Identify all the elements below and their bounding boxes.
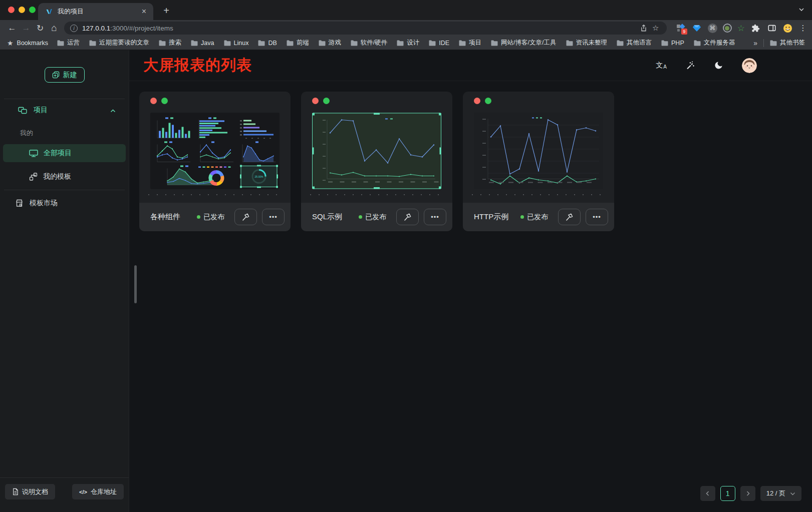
card-footer: 各种组件 已发布 •••: [139, 203, 291, 231]
sidebar-item-project[interactable]: 项目: [0, 102, 129, 118]
folder-icon: [351, 40, 358, 46]
bookmarks-separator: [763, 39, 764, 47]
bookmark-folder[interactable]: 近期需要读的文章: [89, 39, 149, 47]
user-avatar[interactable]: [742, 58, 757, 73]
home-icon[interactable]: ⌂: [47, 22, 61, 35]
bookmark-folder-label: Linux: [234, 40, 249, 47]
project-card[interactable]: SQL示例 已发布 •••: [301, 92, 452, 231]
docs-button-label: 说明文档: [22, 487, 48, 496]
folder-icon: [89, 40, 96, 46]
bookmark-folder[interactable]: 资讯未整理: [566, 39, 608, 47]
project-thumbnail[interactable]: 25.00%: [150, 113, 280, 189]
folder-icon: [319, 40, 326, 46]
tab-close-icon[interactable]: ×: [140, 8, 148, 16]
folder-icon: [57, 40, 64, 46]
next-page-button[interactable]: [740, 486, 755, 501]
edit-project-button[interactable]: [234, 209, 257, 225]
folder-icon: [287, 40, 294, 46]
extension-gem-icon[interactable]: [692, 23, 702, 34]
bookmark-folder[interactable]: 设计: [397, 39, 419, 47]
bookmark-folder[interactable]: 其他语言: [617, 39, 652, 47]
bookmark-folder[interactable]: 前端: [287, 39, 309, 47]
back-icon[interactable]: ←: [5, 22, 19, 35]
dotted-divider: [310, 194, 443, 195]
tab-search-chevron-icon[interactable]: [798, 6, 805, 15]
app-header: 大屏报表的列表 文A: [129, 50, 812, 81]
sidebar-divider: [4, 99, 125, 99]
project-thumbnail[interactable]: [474, 113, 603, 189]
bookmark-folder-label: 设计: [407, 39, 419, 47]
site-info-icon[interactable]: i: [70, 25, 78, 32]
forward-icon[interactable]: →: [19, 22, 33, 35]
bookmark-folder[interactable]: DB: [258, 40, 277, 47]
chevron-up-icon[interactable]: [110, 106, 116, 114]
dark-mode-moon-icon[interactable]: [714, 61, 723, 70]
hammer-icon: [241, 213, 250, 221]
bookmark-folder[interactable]: 游戏: [319, 39, 341, 47]
card-green-dot: [485, 98, 491, 104]
status-badge: 已发布: [197, 213, 224, 222]
emoji-extension-icon[interactable]: [782, 23, 793, 34]
page-size-select[interactable]: 12 / 页: [760, 486, 801, 501]
other-bookmarks[interactable]: 其他书签: [770, 39, 805, 47]
bookmark-folder-label: PHP: [671, 40, 684, 47]
project-card[interactable]: 25.00% 各种组件 已发布 •••: [139, 92, 291, 231]
edit-project-button[interactable]: [558, 209, 581, 225]
share-icon[interactable]: [638, 23, 650, 34]
browser-tabstrip: 我的项目 × +: [0, 0, 812, 20]
extension-recorder-icon[interactable]: [723, 24, 732, 33]
more-options-button[interactable]: •••: [262, 209, 285, 225]
store-icon: [15, 199, 24, 207]
window-zoom-button[interactable]: [29, 7, 36, 13]
bookmark-star-icon[interactable]: ☆: [650, 23, 662, 34]
extensions-puzzle-icon[interactable]: [750, 23, 761, 34]
window-close-button[interactable]: [8, 7, 15, 13]
side-panel-icon[interactable]: [766, 23, 777, 34]
extension-star-icon[interactable]: ☆: [737, 24, 745, 33]
address-bar[interactable]: i 127.0.0.1 :3000/#/project/items ☆: [64, 22, 667, 35]
extension-grid-icon[interactable]: 9: [676, 23, 686, 34]
bookmark-folder[interactable]: 网站/博客/文章/工具: [491, 39, 556, 47]
new-tab-button[interactable]: +: [160, 5, 172, 17]
bookmark-folder[interactable]: Linux: [224, 40, 249, 47]
more-options-button[interactable]: •••: [586, 209, 608, 225]
card-traffic-dots: [312, 98, 330, 104]
folder-icon: [224, 40, 231, 46]
browser-tab[interactable]: 我的项目 ×: [38, 3, 153, 20]
bookmark-folder[interactable]: Java: [191, 40, 214, 47]
bookmarks-overflow-chevron[interactable]: »: [753, 39, 757, 47]
sidebar-group-mine: 我的: [0, 122, 129, 144]
bookmarks-bar: ★ Bookmarks 运营近期需要读的文章搜索JavaLinuxDB前端游戏软…: [0, 36, 812, 50]
current-page-button[interactable]: 1: [720, 486, 735, 501]
window-controls[interactable]: [8, 7, 36, 13]
bookmark-folder[interactable]: PHP: [661, 40, 684, 47]
more-options-button[interactable]: •••: [424, 209, 446, 225]
prev-page-button[interactable]: [700, 486, 715, 501]
new-project-button[interactable]: 新建: [45, 67, 85, 83]
window-minimize-button[interactable]: [19, 7, 25, 13]
project-thumbnail[interactable]: [312, 113, 441, 189]
page-title: 大屏报表的列表: [143, 55, 656, 76]
sidebar-item-template-market[interactable]: 模板市场: [0, 195, 129, 211]
bookmark-folder[interactable]: IDE: [429, 40, 449, 47]
extension-command-icon[interactable]: ⌘: [708, 24, 717, 33]
bookmark-folder[interactable]: 软件/硬件: [351, 39, 387, 47]
bookmark-folder-label: 其他语言: [627, 39, 652, 47]
bookmark-folder[interactable]: 运营: [57, 39, 80, 47]
project-card-list: 25.00% 各种组件 已发布 •••: [129, 81, 812, 231]
edit-project-button[interactable]: [396, 209, 419, 225]
sidebar-item-all-projects[interactable]: 全部项目: [3, 144, 126, 162]
translate-icon[interactable]: 文A: [656, 61, 667, 70]
magic-wand-icon[interactable]: [685, 61, 695, 71]
scrollbar-thumb[interactable]: [134, 265, 137, 303]
docs-button[interactable]: 说明文档: [5, 484, 55, 499]
reload-icon[interactable]: ↻: [33, 22, 47, 35]
repo-button[interactable]: </> 仓库地址: [72, 484, 124, 499]
bookmark-folder[interactable]: 项目: [459, 39, 481, 47]
sidebar-item-my-templates[interactable]: 我的模板: [3, 168, 126, 186]
bookmark-folder[interactable]: 文件服务器: [694, 39, 735, 47]
bookmark-folder[interactable]: 搜索: [159, 39, 181, 47]
project-card[interactable]: HTTP示例 已发布 •••: [463, 92, 614, 231]
bookmark-folder-label: 游戏: [329, 39, 341, 47]
browser-menu-icon[interactable]: ⋮: [799, 24, 807, 33]
